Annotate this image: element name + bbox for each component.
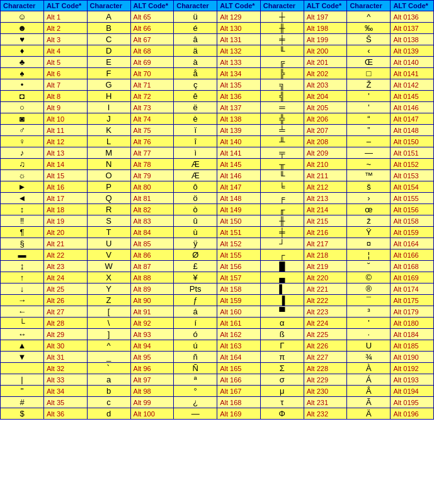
char-cell: ÿ (174, 238, 217, 249)
char-cell: τ (260, 397, 304, 408)
char-cell: └ (1, 318, 44, 329)
alt-code-cell: Alt 139 (217, 125, 261, 136)
char-cell: ↑ (1, 272, 44, 284)
table-row: ▲Alt 30^Alt 94úAlt 163ΓAlt 226UAlt 0185 (1, 340, 434, 352)
char-cell: ß (260, 329, 304, 340)
char-cell: “ (347, 113, 391, 125)
char-cell: Š (347, 34, 391, 45)
alt-code-cell: Alt 0184 (391, 329, 434, 340)
alt-code-cell: Alt 222 (304, 295, 347, 306)
alt-code-cell: Alt 26 (44, 295, 88, 306)
char-cell: ╨ (260, 136, 304, 147)
header-char-2: Character (87, 1, 130, 11)
char-cell: a (87, 374, 130, 386)
char-cell: ù (174, 227, 217, 238)
char-cell: à (174, 57, 217, 68)
char-cell: α (260, 318, 304, 329)
char-cell: — (347, 147, 391, 159)
char-cell: \ (87, 318, 130, 329)
alt-code-cell: Alt 210 (304, 159, 347, 170)
alt-code-cell: Alt 89 (130, 284, 174, 295)
char-cell: ♦ (1, 45, 44, 57)
alt-code-cell: Alt 150 (217, 215, 261, 227)
alt-code-cell: Alt 0158 (391, 215, 434, 227)
alt-code-cell: Alt 17 (44, 193, 88, 204)
char-cell: ╙ (260, 170, 304, 181)
alt-code-cell: Alt 161 (217, 318, 261, 329)
char-cell: K (87, 125, 130, 136)
char-cell: ╣ (260, 91, 304, 102)
header-char-1: Character (1, 1, 44, 11)
alt-code-cell: Alt 0179 (391, 306, 434, 318)
char-cell: Æ (174, 159, 217, 170)
char-cell: ‹ (347, 45, 391, 57)
table-row: §Alt 21UAlt 85ÿAlt 152┘Alt 217¤Alt 0164 (1, 238, 434, 249)
alt-code-cell: Alt 0138 (391, 34, 434, 45)
char-cell: Ã (347, 397, 391, 408)
alt-code-cell: Alt 0147 (391, 113, 434, 125)
table-row: ○Alt 9IAlt 73ëAlt 137═Alt 205'Alt 0146 (1, 102, 434, 113)
char-cell: ╠ (260, 68, 304, 79)
alt-code-cell: Alt 73 (130, 102, 174, 113)
table-row: ◘Alt 8HAlt 72êAlt 136╣Alt 204'Alt 0145 (1, 91, 434, 102)
alt-code-cell: Alt 0194 (391, 386, 434, 397)
char-cell: ♣ (1, 57, 44, 68)
alt-code-cell: Alt 199 (304, 34, 347, 45)
alt-code-cell: Alt 83 (130, 215, 174, 227)
alt-code-cell: Alt 82 (130, 204, 174, 215)
alt-code-cell: Alt 151 (217, 227, 261, 238)
alt-code-cell: Alt 0185 (391, 340, 434, 352)
char-cell: ë (174, 102, 217, 113)
table-row: ▬Alt 22VAlt 86ØAlt 155┌Alt 218¦Alt 0166 (1, 249, 434, 261)
char-cell: ╪ (260, 227, 304, 238)
char-cell: Φ (260, 408, 304, 420)
alt-code-cell: Alt 168 (217, 397, 261, 408)
alt-code-cell: Alt 0193 (391, 374, 434, 386)
char-cell: Σ (260, 363, 304, 374)
char-cell: ☻ (1, 23, 44, 34)
alt-code-cell: Alt 0142 (391, 79, 434, 91)
alt-code-cell: Alt 166 (217, 374, 261, 386)
alt-code-cell: Alt 0141 (391, 68, 434, 79)
table-row: ♣Alt 5EAlt 69àAlt 133╔Alt 201ŒAlt 0140 (1, 57, 434, 68)
char-cell: ¾ (347, 352, 391, 363)
alt-code-cell: Alt 131 (217, 34, 261, 45)
alt-code-cell: Alt 224 (304, 318, 347, 329)
alt-code-cell: Alt 201 (304, 57, 347, 68)
alt-code-cell: Alt 216 (304, 227, 347, 238)
char-cell: ↔ (1, 329, 44, 340)
char-cell: ˘ (347, 261, 391, 272)
char-cell: ô (174, 181, 217, 193)
char-cell: ╤ (260, 147, 304, 159)
alt-code-cell: Alt 136 (217, 91, 261, 102)
alt-code-cell: Alt 0155 (391, 193, 434, 204)
char-cell: ┘ (260, 238, 304, 249)
char-cell: T (87, 227, 130, 238)
alt-code-cell: Alt 230 (304, 386, 347, 397)
char-cell: ä (174, 45, 217, 57)
char-cell: ž (347, 215, 391, 227)
header-char-3: Character (174, 1, 217, 11)
char-cell: ¶ (1, 227, 44, 238)
char-cell: U (87, 238, 130, 249)
table-row: ↨Alt 23WAlt 87£Alt 156█Alt 219˘Alt 0168 (1, 261, 434, 272)
alt-code-cell: Alt 85 (130, 238, 174, 249)
alt-code-cell: Alt 200 (304, 45, 347, 57)
char-cell: ╘ (260, 181, 304, 193)
alt-code-cell: Alt 141 (217, 147, 261, 159)
table-row: ♪Alt 13MAlt 77ìAlt 141╤Alt 209—Alt 0151 (1, 147, 434, 159)
char-cell: › (347, 193, 391, 204)
alt-code-cell: Alt 0190 (391, 352, 434, 363)
char-cell: E (87, 57, 130, 68)
alt-code-cell: Alt 67 (130, 34, 174, 45)
alt-code-cell: Alt 0169 (391, 272, 434, 284)
char-cell: Æ (174, 170, 217, 181)
alt-code-cell: Alt 215 (304, 215, 347, 227)
alt-code-cell: Alt 14 (44, 159, 88, 170)
char-cell: N (87, 159, 130, 170)
char-cell: ° (174, 386, 217, 397)
alt-code-cell: Alt 162 (217, 329, 261, 340)
char-cell: ☼ (1, 170, 44, 181)
table-row: ←Alt 27[Alt 91áAlt 160▀Alt 223³Alt 0179 (1, 306, 434, 318)
char-cell: ¦ (347, 249, 391, 261)
